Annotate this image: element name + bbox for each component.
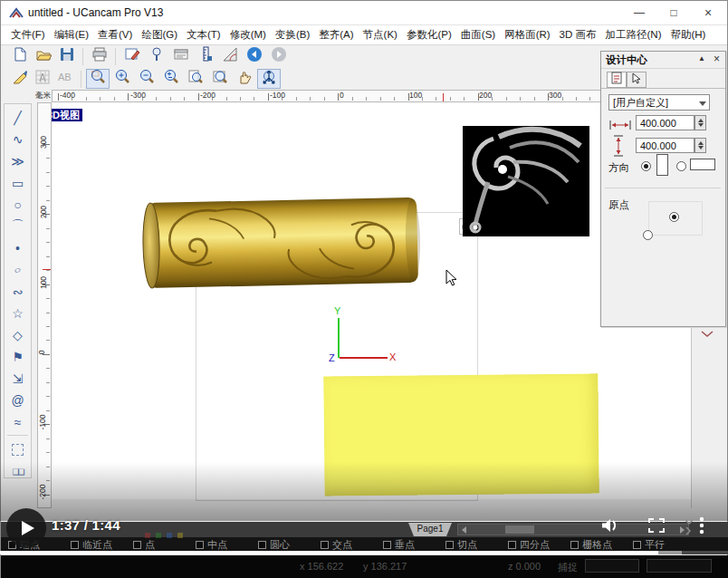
options-button[interactable] (169, 46, 193, 66)
view-3d-button[interactable] (257, 69, 281, 89)
protractor-button[interactable] (218, 46, 242, 66)
zoom-in-button[interactable] (110, 69, 134, 89)
origin-center-radio[interactable] (669, 212, 679, 222)
point-tool[interactable]: • (6, 237, 29, 258)
checkbox-icon[interactable] (633, 541, 641, 549)
arc-tool[interactable]: ∿ (6, 129, 29, 149)
circle-tool[interactable]: ○ (6, 194, 29, 215)
checkbox-icon[interactable] (570, 541, 579, 549)
open-button[interactable] (32, 46, 55, 66)
status-extra-dropdown[interactable] (647, 559, 712, 573)
zoom-object-button[interactable] (184, 69, 207, 89)
menu-view[interactable]: 查看(V) (93, 28, 137, 42)
snap-mode-dropdown[interactable] (585, 559, 639, 573)
save-button[interactable] (55, 46, 79, 66)
rectangle-tool[interactable]: ▭ (6, 172, 29, 193)
snap-grid[interactable]: 栅格点 (570, 538, 633, 552)
height-input[interactable]: 400.000 (636, 138, 694, 153)
progress-played[interactable] (0, 551, 658, 554)
gold-cylinder-model[interactable] (136, 194, 423, 293)
tab-page1[interactable]: Page1 (408, 523, 452, 536)
star-tool[interactable]: ☆ (6, 303, 29, 323)
wave-tool[interactable]: ≈ (6, 411, 29, 432)
checkbox-icon[interactable] (71, 541, 79, 549)
menu-parametric[interactable]: 参数化(P) (402, 28, 456, 42)
flag-tool[interactable]: ⚑ (6, 346, 29, 367)
zoom-dynamic-button[interactable] (159, 69, 183, 89)
ellipse-tool[interactable]: ○ (6, 259, 29, 280)
origin-corner-radio[interactable] (643, 230, 653, 240)
height-stepper[interactable] (694, 138, 706, 153)
minimize-button[interactable]: — (622, 1, 656, 24)
play-button[interactable] (6, 508, 46, 548)
checkbox-icon[interactable] (445, 541, 454, 549)
pin-button[interactable] (145, 46, 168, 66)
checkbox-icon[interactable] (383, 541, 391, 549)
new-button[interactable] (8, 46, 32, 66)
checkbox-icon[interactable] (196, 541, 204, 549)
snap-near[interactable]: 临近点 (71, 538, 133, 552)
scroll-left-icon[interactable] (462, 526, 466, 534)
snap-intersection[interactable]: 交点 (321, 538, 383, 552)
menu-align[interactable]: 整齐(A) (314, 28, 358, 42)
yellow-sheet[interactable] (323, 373, 599, 496)
panel-collapse-handle-icon[interactable] (701, 325, 714, 342)
solids-tool[interactable]: ❏❏ (6, 461, 29, 482)
forward-button[interactable] (267, 46, 291, 66)
slide-edit-button[interactable] (120, 46, 144, 66)
pan-button[interactable] (233, 69, 256, 89)
menu-3d-canvas[interactable]: 3D 画布 (555, 28, 601, 42)
curves-tool[interactable]: ≫ (6, 150, 29, 171)
line-tool[interactable]: ╱ (6, 107, 29, 128)
menu-node[interactable]: 节点(K) (359, 28, 402, 42)
volume-button[interactable] (599, 518, 621, 536)
checkbox-icon[interactable] (133, 541, 141, 549)
progress-buffered[interactable] (658, 551, 682, 554)
snap-perpendicular[interactable]: 垂点 (383, 538, 445, 552)
arc3p-tool[interactable]: ⌒ (6, 216, 29, 236)
polygon-tool[interactable]: ◇ (6, 324, 29, 345)
checkbox-icon[interactable] (321, 541, 329, 549)
scrollbar-thumb[interactable] (505, 525, 534, 534)
close-button[interactable]: × (691, 1, 725, 24)
print-button[interactable] (88, 46, 111, 66)
menu-modify[interactable]: 修改(M) (225, 28, 271, 42)
relief-image[interactable] (463, 126, 589, 236)
zoom-window-button[interactable] (86, 69, 110, 89)
menu-file[interactable]: 文件(F) (6, 28, 50, 42)
snap-tangent[interactable]: 切点 (445, 538, 508, 552)
snap-midpoint[interactable]: 中点 (196, 538, 258, 552)
panel-close-button[interactable]: × (714, 53, 720, 65)
panel-collapse-button[interactable]: ▲ (698, 54, 705, 63)
menu-toolpath[interactable]: 加工路径(N) (601, 28, 666, 42)
menu-help[interactable]: 帮助(H) (666, 28, 710, 42)
text-grid-button[interactable] (31, 69, 54, 89)
tab-pick[interactable] (627, 72, 647, 88)
back-button[interactable] (243, 46, 266, 66)
menu-transform[interactable]: 变换(B) (271, 28, 314, 42)
snap-quadrant[interactable]: 四分点 (508, 538, 570, 552)
width-input[interactable]: 400.000 (636, 115, 694, 130)
spline-tool[interactable]: ∾ (6, 281, 29, 302)
text-ab-button[interactable]: AB (53, 69, 77, 89)
snap-center[interactable]: 圆心 (258, 538, 321, 552)
player-menu-button[interactable] (695, 518, 708, 536)
menu-edit[interactable]: 编辑(E) (50, 28, 93, 42)
spiral-tool[interactable]: @ (6, 390, 29, 410)
menu-mesh[interactable]: 网格面(R) (500, 28, 554, 42)
tab-page-setup[interactable] (607, 72, 627, 88)
zoom-all-button[interactable] (208, 69, 232, 89)
menu-draw[interactable]: 绘图(G) (137, 28, 182, 42)
fullscreen-button[interactable] (647, 518, 666, 536)
progress-remaining[interactable] (682, 551, 728, 554)
preset-dropdown[interactable]: [用户自定义] (608, 94, 710, 111)
ruler-button[interactable] (194, 46, 217, 66)
direction-portrait-radio[interactable] (641, 161, 651, 171)
checkbox-icon[interactable] (258, 541, 266, 549)
maximize-button[interactable]: □ (656, 1, 691, 24)
snap-point[interactable]: 点 (133, 538, 196, 552)
brush-button[interactable] (8, 69, 32, 89)
zoom-out-button[interactable] (135, 69, 158, 89)
select-box-tool[interactable] (6, 439, 29, 460)
snap-parallel[interactable]: 平行 (633, 538, 695, 552)
